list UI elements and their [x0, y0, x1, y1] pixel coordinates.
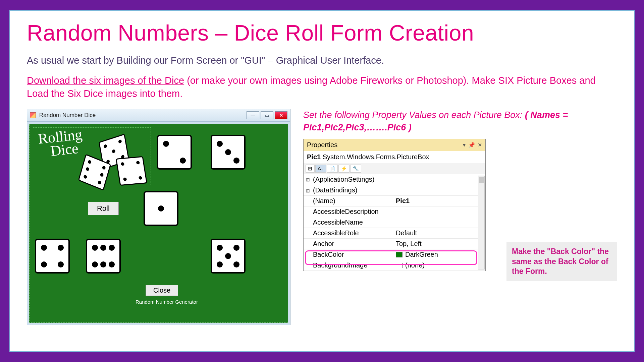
wrench-icon[interactable]: 🔧 — [350, 165, 361, 173]
prop-value[interactable]: Default — [393, 228, 485, 238]
minimize-button[interactable]: — — [247, 111, 259, 119]
prop-row[interactable]: (ApplicationSettings) — [304, 174, 485, 185]
prop-value[interactable]: (none) — [393, 260, 485, 270]
callout-note: Make the "Back Color" the same as the Ba… — [506, 242, 617, 282]
pic3-die[interactable] — [211, 135, 246, 170]
logo-die-icon — [116, 156, 148, 186]
titlebar: Random Number Dice — ▭ ✕ — [27, 109, 290, 122]
pic2-die[interactable] — [157, 135, 192, 170]
prop-row[interactable]: (Name)Pic1 — [304, 196, 485, 206]
expand-icon[interactable]: ⊞ — [306, 177, 310, 182]
right-column: Set the following Property Values on eac… — [303, 109, 617, 323]
slide-title: Random Numbers – Dice Roll Form Creation — [27, 20, 617, 46]
categorized-icon[interactable]: ⊞ — [306, 165, 315, 173]
prop-name: BackColor — [304, 249, 393, 260]
prop-value[interactable] — [393, 217, 485, 228]
component-selector[interactable]: Pic1 System.Windows.Forms.PictureBox — [304, 151, 485, 163]
color-swatch — [396, 252, 402, 257]
properties-title: Properties — [307, 141, 463, 149]
logo-area: Rolling Dice — [33, 127, 151, 185]
prop-row[interactable]: BackgroundImage(none) — [304, 260, 485, 271]
prop-value[interactable]: DarkGreen — [393, 249, 485, 260]
properties-panel: Properties ▾ 📌 ✕ Pic1 System.Windows.For… — [303, 139, 486, 271]
prop-value[interactable]: Top, Left — [393, 239, 485, 249]
properties-toolbar: ⊞ A↓ 📄 ⚡ 🔧 — [304, 163, 485, 174]
props-caption: Set the following Property Values on eac… — [303, 109, 617, 133]
component-type: System.Windows.Forms.PictureBox — [323, 153, 429, 161]
close-panel-icon[interactable]: ✕ — [478, 142, 482, 148]
roll-button[interactable]: Roll — [88, 202, 119, 215]
dropdown-icon[interactable]: ▾ — [463, 142, 466, 148]
instructions: Download the six images of the Dice (or … — [27, 74, 617, 100]
properties-icon[interactable]: 📄 — [327, 165, 338, 173]
panel-icons: ▾ 📌 ✕ — [463, 142, 482, 148]
pic6-die[interactable] — [86, 239, 121, 274]
pin-icon[interactable]: 📌 — [468, 142, 475, 148]
pic5-die[interactable] — [211, 239, 246, 274]
prop-row[interactable]: AnchorTop, Left — [304, 239, 485, 249]
prop-row[interactable]: (DataBindings) — [304, 185, 485, 196]
form-window: Random Number Dice — ▭ ✕ Rolling Dice — [27, 109, 290, 325]
alphabetical-icon[interactable]: A↓ — [315, 165, 326, 173]
prop-row[interactable]: BackColorDarkGreen — [304, 249, 485, 260]
properties-header: Properties ▾ 📌 ✕ — [304, 139, 485, 151]
prop-name: AccessibleRole — [304, 228, 393, 238]
expand-icon[interactable]: ⊞ — [306, 188, 310, 193]
app-icon — [30, 112, 36, 118]
slide: Random Numbers – Dice Roll Form Creation… — [9, 10, 635, 352]
prop-name: (ApplicationSettings) — [304, 174, 393, 185]
close-x-button[interactable]: ✕ — [275, 111, 287, 119]
window-title: Random Number Dice — [39, 112, 96, 119]
prop-name: AccessibleName — [304, 217, 393, 228]
prop-value[interactable]: Pic1 — [393, 196, 485, 206]
content-row: Random Number Dice — ▭ ✕ Rolling Dice — [27, 109, 617, 325]
logo-text: Rolling Dice — [32, 125, 84, 160]
prop-row[interactable]: AccessibleDescription — [304, 206, 485, 217]
form-client-area: Rolling Dice Roll Close Random Number Ge… — [29, 124, 288, 323]
scrollbar[interactable] — [478, 176, 485, 269]
download-link[interactable]: Download the six images of the Dice — [27, 75, 184, 86]
color-swatch — [396, 263, 402, 268]
intro-text: As usual we start by Building our Form S… — [27, 55, 617, 66]
pic4-die[interactable] — [35, 239, 70, 274]
caption-text: Set the following Property Values on eac… — [303, 110, 525, 120]
prop-value[interactable] — [393, 185, 485, 195]
prop-name: AccessibleDescription — [304, 206, 393, 217]
footer-label: Random Number Generator — [136, 299, 198, 305]
prop-name: (Name) — [304, 196, 393, 206]
events-icon[interactable]: ⚡ — [338, 165, 350, 173]
maximize-button[interactable]: ▭ — [261, 111, 273, 119]
prop-name: (DataBindings) — [304, 185, 393, 195]
properties-grid: ⊞(ApplicationSettings)⊞(DataBindings)(Na… — [304, 174, 485, 271]
prop-row[interactable]: AccessibleRoleDefault — [304, 228, 485, 239]
prop-value[interactable] — [393, 174, 485, 185]
prop-value[interactable] — [393, 206, 485, 217]
pic1-die[interactable] — [144, 191, 178, 226]
close-button[interactable]: Close — [146, 285, 178, 296]
prop-name: Anchor — [304, 239, 393, 249]
prop-row[interactable]: AccessibleName — [304, 217, 485, 228]
prop-name: BackgroundImage — [304, 260, 393, 270]
